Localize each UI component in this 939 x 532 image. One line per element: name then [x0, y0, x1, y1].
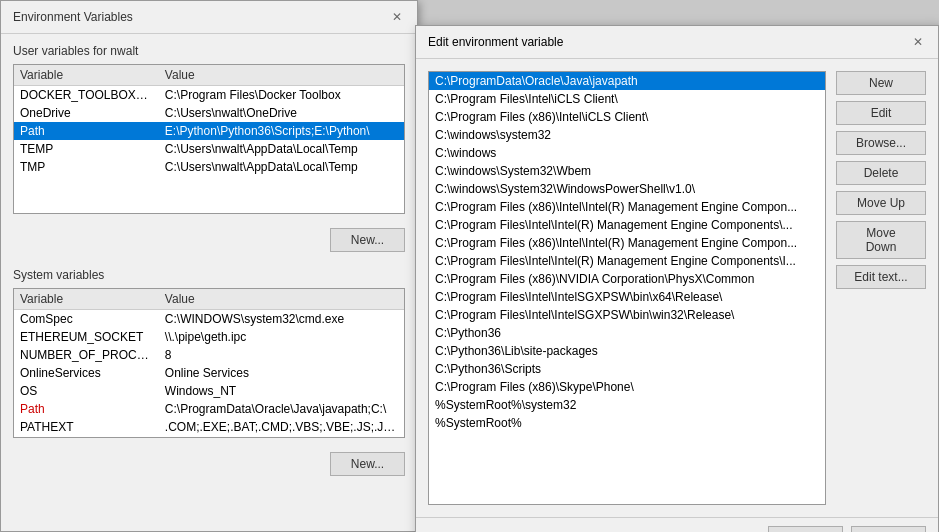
table-row[interactable]: OneDriveC:\Users\nwalt\OneDrive	[14, 104, 404, 122]
list-item[interactable]: C:\windows\System32\Wbem	[429, 162, 825, 180]
table-row[interactable]: PathC:\ProgramData\Oracle\Java\javapath;…	[14, 400, 404, 418]
user-section-label: User variables for nwalt	[13, 44, 405, 58]
variable-cell: PATHEXT	[14, 418, 159, 436]
list-item[interactable]: C:\Program Files (x86)\Intel\iCLS Client…	[429, 108, 825, 126]
browse-path-btn[interactable]: Browse...	[836, 131, 926, 155]
user-variables-section: User variables for nwalt Variable Value …	[1, 34, 417, 222]
list-item[interactable]: C:\windows	[429, 144, 825, 162]
list-item[interactable]: C:\windows\System32\WindowsPowerShell\v1…	[429, 180, 825, 198]
variable-cell: Path	[14, 122, 159, 140]
env-dialog-close-btn[interactable]: ✕	[389, 9, 405, 25]
list-item[interactable]: C:\Program Files\Intel\Intel(R) Manageme…	[429, 252, 825, 270]
edit-text-btn[interactable]: Edit text...	[836, 265, 926, 289]
variable-cell: DOCKER_TOOLBOX_INSTAL...	[14, 86, 159, 105]
value-cell: .COM;.EXE;.BAT;.CMD;.VBS;.VBE;.JS;.JSE;	[159, 418, 404, 436]
delete-path-btn[interactable]: Delete	[836, 161, 926, 185]
list-item[interactable]: C:\Python36	[429, 324, 825, 342]
ok-btn[interactable]: OK	[768, 526, 843, 532]
list-item[interactable]: C:\Program Files (x86)\Intel\Intel(R) Ma…	[429, 198, 825, 216]
edit-btn-column: New Edit Browse... Delete Move Up Move D…	[836, 71, 926, 505]
list-item[interactable]: %SystemRoot%	[429, 414, 825, 432]
value-cell: C:\ProgramData\Oracle\Java\javapath;C:\	[159, 400, 404, 418]
value-cell: C:\Users\nwalt\AppData\Local\Temp	[159, 158, 404, 176]
variable-cell: ComSpec	[14, 310, 159, 329]
system-variables-table: Variable Value ComSpecC:\WINDOWS\system3…	[14, 289, 404, 436]
table-row[interactable]: ComSpecC:\WINDOWS\system32\cmd.exe	[14, 310, 404, 329]
user-variables-table-container[interactable]: Variable Value DOCKER_TOOLBOX_INSTAL...C…	[13, 64, 405, 214]
list-item[interactable]: C:\Python36\Lib\site-packages	[429, 342, 825, 360]
edit-env-dialog: Edit environment variable ✕ C:\ProgramDa…	[415, 25, 939, 532]
list-item[interactable]: %SystemRoot%\system32	[429, 396, 825, 414]
table-row[interactable]: DOCKER_TOOLBOX_INSTAL...C:\Program Files…	[14, 86, 404, 105]
path-list: C:\ProgramData\Oracle\Java\javapathC:\Pr…	[429, 72, 825, 432]
list-item[interactable]: C:\Program Files (x86)\Skype\Phone\	[429, 378, 825, 396]
edit-dialog-titlebar: Edit environment variable ✕	[416, 26, 938, 59]
list-item[interactable]: C:\Python36\Scripts	[429, 360, 825, 378]
value-cell: \\.\pipe\geth.ipc	[159, 328, 404, 346]
edit-dialog-close-btn[interactable]: ✕	[910, 34, 926, 50]
move-up-btn[interactable]: Move Up	[836, 191, 926, 215]
list-item[interactable]: C:\Program Files\Intel\IntelSGXPSW\bin\w…	[429, 306, 825, 324]
list-item[interactable]: C:\Program Files (x86)\Intel\Intel(R) Ma…	[429, 234, 825, 252]
system-col-value: Value	[159, 289, 404, 310]
value-cell: C:\Users\nwalt\OneDrive	[159, 104, 404, 122]
system-section-label: System variables	[13, 268, 405, 282]
list-item[interactable]: C:\Program Files\Intel\Intel(R) Manageme…	[429, 216, 825, 234]
variable-cell: OS	[14, 382, 159, 400]
table-row[interactable]: OSWindows_NT	[14, 382, 404, 400]
env-dialog-title: Environment Variables	[13, 10, 133, 24]
system-variables-table-container[interactable]: Variable Value ComSpecC:\WINDOWS\system3…	[13, 288, 405, 438]
user-col-value: Value	[159, 65, 404, 86]
value-cell: 8	[159, 346, 404, 364]
list-item[interactable]: C:\windows\system32	[429, 126, 825, 144]
edit-path-btn[interactable]: Edit	[836, 101, 926, 125]
system-variables-section: System variables Variable Value ComSpecC…	[1, 258, 417, 446]
system-btn-row: New...	[1, 446, 417, 482]
env-variables-dialog: Environment Variables ✕ User variables f…	[0, 0, 418, 532]
system-new-btn[interactable]: New...	[330, 452, 405, 476]
user-new-btn[interactable]: New...	[330, 228, 405, 252]
cancel-btn[interactable]: Cancel	[851, 526, 926, 532]
table-row[interactable]: OnlineServicesOnline Services	[14, 364, 404, 382]
user-btn-row: New...	[1, 222, 417, 258]
system-col-variable: Variable	[14, 289, 159, 310]
variable-cell: TMP	[14, 158, 159, 176]
value-cell: C:\Users\nwalt\AppData\Local\Temp	[159, 140, 404, 158]
table-row[interactable]: PATHEXT.COM;.EXE;.BAT;.CMD;.VBS;.VBE;.JS…	[14, 418, 404, 436]
table-row[interactable]: ETHEREUM_SOCKET\\.\pipe\geth.ipc	[14, 328, 404, 346]
table-row[interactable]: TMPC:\Users\nwalt\AppData\Local\Temp	[14, 158, 404, 176]
edit-dialog-body: C:\ProgramData\Oracle\Java\javapathC:\Pr…	[416, 59, 938, 517]
edit-dialog-footer: OK Cancel	[416, 517, 938, 532]
env-dialog-titlebar: Environment Variables ✕	[1, 1, 417, 34]
value-cell: Online Services	[159, 364, 404, 382]
variable-cell: ETHEREUM_SOCKET	[14, 328, 159, 346]
variable-cell: OnlineServices	[14, 364, 159, 382]
list-item[interactable]: C:\Program Files\Intel\iCLS Client\	[429, 90, 825, 108]
edit-dialog-title: Edit environment variable	[428, 35, 563, 49]
new-path-btn[interactable]: New	[836, 71, 926, 95]
list-item[interactable]: C:\ProgramData\Oracle\Java\javapath	[429, 72, 825, 90]
list-item[interactable]: C:\Program Files\Intel\IntelSGXPSW\bin\x…	[429, 288, 825, 306]
table-row[interactable]: TEMPC:\Users\nwalt\AppData\Local\Temp	[14, 140, 404, 158]
variable-cell: OneDrive	[14, 104, 159, 122]
user-variables-table: Variable Value DOCKER_TOOLBOX_INSTAL...C…	[14, 65, 404, 176]
move-down-btn[interactable]: Move Down	[836, 221, 926, 259]
list-item[interactable]: C:\Program Files (x86)\NVIDIA Corporatio…	[429, 270, 825, 288]
variable-cell: NUMBER_OF_PROCESSORS	[14, 346, 159, 364]
user-col-variable: Variable	[14, 65, 159, 86]
variable-cell: TEMP	[14, 140, 159, 158]
value-cell: C:\WINDOWS\system32\cmd.exe	[159, 310, 404, 329]
value-cell: E:\Python\Python36\Scripts;E:\Python\	[159, 122, 404, 140]
variable-cell: Path	[14, 400, 159, 418]
table-row[interactable]: PathE:\Python\Python36\Scripts;E:\Python…	[14, 122, 404, 140]
value-cell: C:\Program Files\Docker Toolbox	[159, 86, 404, 105]
table-row[interactable]: NUMBER_OF_PROCESSORS8	[14, 346, 404, 364]
value-cell: Windows_NT	[159, 382, 404, 400]
path-list-container[interactable]: C:\ProgramData\Oracle\Java\javapathC:\Pr…	[428, 71, 826, 505]
